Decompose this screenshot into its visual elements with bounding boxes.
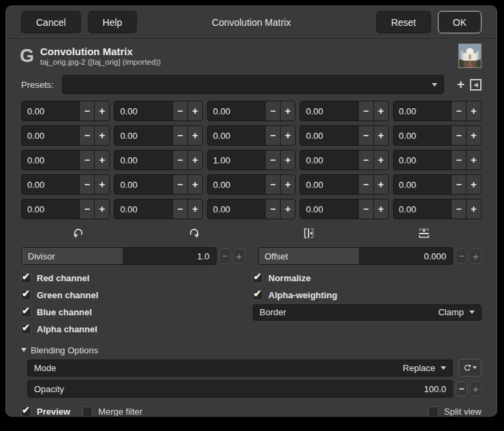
matrix-cell-decrease-button[interactable] [172, 150, 187, 170]
matrix-cell-0-2[interactable]: 0.00 [207, 101, 296, 121]
reset-mode-button[interactable] [458, 359, 482, 377]
matrix-cell-decrease-button[interactable] [451, 175, 466, 194]
matrix-cell-decrease-button[interactable] [265, 101, 280, 121]
checkbox-normalize[interactable]: Normalize [253, 273, 482, 283]
checkbox-green-channel[interactable]: Green channel [21, 290, 253, 300]
matrix-cell-increase-button[interactable] [466, 101, 481, 121]
matrix-cell-value[interactable]: 0.00 [114, 126, 172, 145]
matrix-cell-decrease-button[interactable] [451, 199, 466, 219]
reset-button[interactable]: Reset [376, 11, 431, 33]
mode-select[interactable]: Mode Replace [27, 360, 453, 377]
matrix-cell-increase-button[interactable] [187, 150, 202, 170]
matrix-cell-decrease-button[interactable] [172, 126, 187, 145]
matrix-cell-decrease-button[interactable] [79, 199, 94, 219]
matrix-cell-decrease-button[interactable] [265, 126, 280, 145]
cancel-button[interactable]: Cancel [21, 11, 81, 33]
matrix-cell-value[interactable]: 0.00 [300, 150, 358, 170]
matrix-cell-decrease-button[interactable] [79, 150, 94, 170]
matrix-cell-3-3[interactable]: 0.00 [300, 174, 388, 195]
matrix-cell-1-1[interactable]: 0.00 [114, 125, 202, 146]
checkbox-split-view[interactable]: Split view [428, 406, 482, 417]
offset-slider[interactable]: Offset 0.000 [258, 247, 454, 265]
matrix-cell-decrease-button[interactable] [265, 150, 280, 170]
matrix-cell-increase-button[interactable] [373, 175, 388, 194]
matrix-cell-increase-button[interactable] [373, 126, 388, 145]
matrix-cell-decrease-button[interactable] [358, 175, 373, 194]
matrix-cell-decrease-button[interactable] [172, 199, 187, 219]
presets-select[interactable] [62, 75, 444, 94]
matrix-cell-value[interactable]: 0.00 [394, 101, 451, 121]
divisor-slider[interactable]: Divisor 1.0 [21, 247, 217, 265]
matrix-cell-increase-button[interactable] [187, 126, 202, 145]
matrix-cell-decrease-button[interactable] [358, 199, 373, 219]
matrix-cell-value[interactable]: 0.00 [114, 101, 172, 121]
matrix-cell-4-3[interactable]: 0.00 [300, 199, 388, 219]
matrix-cell-1-2[interactable]: 0.00 [207, 125, 296, 146]
matrix-cell-value[interactable]: 0.00 [22, 101, 79, 121]
mirror-vertically-button[interactable] [366, 225, 482, 241]
matrix-cell-increase-button[interactable] [466, 150, 481, 170]
matrix-cell-value[interactable]: 0.00 [22, 199, 79, 219]
matrix-cell-4-1[interactable]: 0.00 [114, 199, 202, 219]
rotate-counter-clockwise-button[interactable] [21, 225, 136, 241]
matrix-cell-increase-button[interactable] [466, 199, 481, 219]
matrix-cell-2-3[interactable]: 0.00 [300, 150, 388, 170]
matrix-cell-1-3[interactable]: 0.00 [300, 125, 388, 146]
save-preset-button[interactable]: + [457, 80, 464, 89]
matrix-cell-0-4[interactable]: 0.00 [393, 101, 482, 121]
matrix-cell-value[interactable]: 0.00 [22, 126, 79, 145]
mirror-horizontally-button[interactable] [251, 225, 366, 241]
border-select[interactable]: Border Clamp [253, 304, 482, 321]
matrix-cell-increase-button[interactable] [187, 199, 202, 219]
matrix-cell-decrease-button[interactable] [172, 101, 187, 121]
opacity-slider[interactable]: Opacity 100.0 [27, 380, 453, 398]
offset-decrease-button[interactable] [456, 249, 467, 264]
matrix-cell-value[interactable]: 0.00 [208, 101, 265, 121]
matrix-cell-increase-button[interactable] [94, 101, 109, 121]
ok-button[interactable]: OK [438, 11, 482, 33]
matrix-cell-value[interactable]: 0.00 [300, 101, 358, 121]
matrix-cell-4-4[interactable]: 0.00 [393, 199, 482, 219]
matrix-cell-decrease-button[interactable] [451, 101, 466, 121]
matrix-cell-increase-button[interactable] [94, 175, 109, 194]
matrix-cell-0-3[interactable]: 0.00 [300, 101, 388, 121]
matrix-cell-increase-button[interactable] [466, 175, 481, 194]
matrix-cell-decrease-button[interactable] [172, 175, 187, 194]
matrix-cell-decrease-button[interactable] [451, 126, 466, 145]
matrix-cell-2-2[interactable]: 1.00 [207, 150, 296, 170]
checkbox-red-channel[interactable]: Red channel [21, 273, 253, 283]
matrix-cell-increase-button[interactable] [187, 175, 202, 194]
matrix-cell-value[interactable]: 0.00 [394, 126, 451, 145]
matrix-cell-value[interactable]: 0.00 [114, 150, 172, 170]
matrix-cell-value[interactable]: 0.00 [22, 150, 79, 170]
matrix-cell-value[interactable]: 0.00 [394, 175, 451, 194]
matrix-cell-value[interactable]: 0.00 [208, 199, 265, 219]
matrix-cell-increase-button[interactable] [373, 199, 388, 219]
matrix-cell-1-0[interactable]: 0.00 [21, 125, 110, 146]
matrix-cell-3-2[interactable]: 0.00 [207, 174, 296, 195]
matrix-cell-value[interactable]: 0.00 [300, 126, 358, 145]
matrix-cell-value[interactable]: 0.00 [114, 175, 172, 194]
matrix-cell-value[interactable]: 0.00 [208, 175, 265, 194]
matrix-cell-value[interactable]: 0.00 [394, 150, 451, 170]
matrix-cell-decrease-button[interactable] [358, 126, 373, 145]
help-button[interactable]: Help [88, 11, 138, 33]
checkbox-preview[interactable]: Preview [21, 406, 70, 417]
divisor-value[interactable]: 1.0 [197, 251, 215, 261]
matrix-cell-increase-button[interactable] [280, 199, 295, 219]
blending-options-expander[interactable]: Blending Options [21, 344, 482, 356]
matrix-cell-decrease-button[interactable] [451, 150, 466, 170]
matrix-cell-increase-button[interactable] [94, 199, 109, 219]
matrix-cell-increase-button[interactable] [280, 126, 295, 145]
matrix-cell-decrease-button[interactable] [79, 101, 94, 121]
matrix-cell-increase-button[interactable] [466, 126, 481, 145]
matrix-cell-increase-button[interactable] [280, 101, 295, 121]
matrix-cell-increase-button[interactable] [373, 101, 388, 121]
matrix-cell-0-1[interactable]: 0.00 [114, 101, 202, 121]
opacity-value[interactable]: 100.0 [424, 384, 452, 394]
matrix-cell-value[interactable]: 0.00 [114, 199, 172, 219]
divisor-increase-button[interactable] [234, 249, 245, 264]
matrix-cell-decrease-button[interactable] [265, 175, 280, 194]
checkbox-merge-filter[interactable]: Merge filter [82, 406, 142, 417]
matrix-cell-increase-button[interactable] [280, 175, 295, 194]
